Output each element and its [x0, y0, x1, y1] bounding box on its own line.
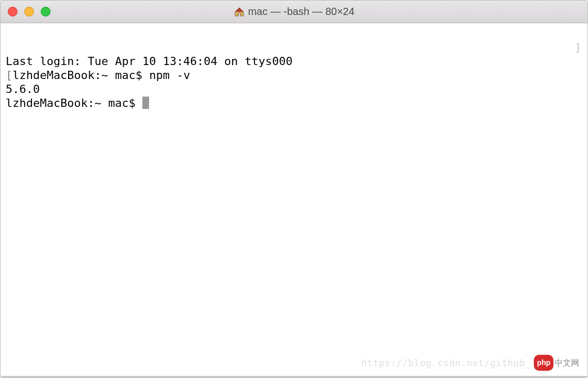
output-line-1: 5.6.0	[6, 82, 582, 96]
terminal-body[interactable]: Last login: Tue Apr 10 13:46:04 on ttys0…	[1, 23, 587, 376]
window-title: mac — -bash — 80×24	[248, 6, 354, 18]
bottom-border	[1, 376, 587, 377]
bracket-left: [	[6, 69, 12, 82]
zoom-button[interactable]	[41, 7, 51, 17]
watermark: https://blog.csdn.net/github_ php 中文网	[362, 355, 579, 371]
prompt-2: lzhdeMacBook:~ mac$	[6, 97, 142, 109]
prompt-1: lzhdeMacBook:~ mac$	[12, 69, 149, 82]
bracket-right: ]	[575, 40, 581, 54]
command-line-2: lzhdeMacBook:~ mac$	[6, 96, 582, 110]
cursor	[142, 97, 149, 109]
titlebar[interactable]: mac — -bash — 80×24	[1, 1, 587, 23]
command-1: npm -v	[149, 69, 190, 82]
watermark-cn: 中文网	[554, 356, 579, 370]
watermark-url: https://blog.csdn.net/github_	[362, 356, 531, 370]
last-login-line: Last login: Tue Apr 10 13:46:04 on ttys0…	[6, 54, 582, 68]
terminal-window: mac — -bash — 80×24 Last login: Tue Apr …	[0, 0, 588, 378]
close-button[interactable]	[8, 7, 18, 17]
home-icon	[234, 6, 245, 18]
command-line-1: [lzhdeMacBook:~ mac$ npm -v	[6, 68, 582, 82]
minimize-button[interactable]	[24, 7, 34, 17]
watermark-badge: php 中文网	[534, 355, 579, 371]
traffic-lights	[1, 7, 51, 17]
php-badge: php	[534, 355, 553, 371]
title-container: mac — -bash — 80×24	[1, 6, 587, 18]
